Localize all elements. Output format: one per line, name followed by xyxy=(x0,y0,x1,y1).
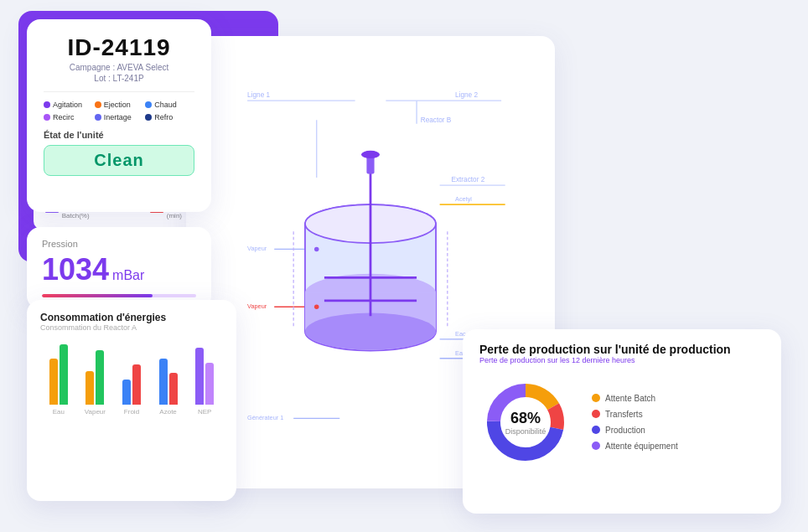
bar-label-froid: Froid xyxy=(124,408,139,416)
consommation-subtitle: Consommation du Reactor A xyxy=(40,323,223,332)
bar-set-froid xyxy=(122,364,141,405)
agitation-dot xyxy=(44,101,50,108)
bar-vapeur-1 xyxy=(85,371,94,405)
tag-recirc: Recirc xyxy=(44,113,93,121)
inertage-dot xyxy=(95,114,101,121)
label-transferts: Transferts xyxy=(605,410,643,419)
donut-label: Disponibilité xyxy=(505,426,546,435)
bar-chart: Eau Vapeur Froid xyxy=(40,340,223,416)
donut-center: 68% Disponibilité xyxy=(505,409,546,435)
bar-set-vapeur xyxy=(85,350,104,405)
bar-label-azote: Azote xyxy=(159,408,176,416)
bar-set-eau xyxy=(49,344,68,405)
tag-inertage: Inertage xyxy=(95,113,144,121)
pression-label: Pression xyxy=(42,239,196,249)
scene: Ligne 1 Ligne 2 Reactor B Extractor 2 Ac… xyxy=(18,11,790,522)
svg-text:Acetyl: Acetyl xyxy=(455,194,472,202)
bar-froid-1 xyxy=(122,380,131,405)
consommation-card: Consommation d'énergies Consommation du … xyxy=(27,300,236,501)
bar-azote-1 xyxy=(159,359,168,405)
pression-bar xyxy=(42,294,196,297)
svg-text:Reactor B: Reactor B xyxy=(421,116,452,123)
tag-refro: Refro xyxy=(145,113,194,121)
status-badge: Clean xyxy=(44,145,194,176)
pression-number: 1034 xyxy=(42,252,109,287)
etat-label: État de l'unité xyxy=(44,130,194,140)
bar-nep-1 xyxy=(195,348,204,405)
donut-percentage: 68% xyxy=(505,409,546,426)
legend-item-attente-batch: Attente Batch xyxy=(592,394,678,403)
bar-eau-2 xyxy=(60,344,68,405)
bar-eau-1 xyxy=(49,359,58,405)
legend-item-production: Production xyxy=(592,426,678,435)
perte-card: Perte de production sur l'unité de produ… xyxy=(463,329,781,514)
id-card: ID-24119 Campagne : AVEVA Select Lot : L… xyxy=(27,19,211,212)
bar-label-nep: NEP xyxy=(198,408,211,416)
svg-text:Vapeur: Vapeur xyxy=(247,245,267,252)
legend-item-transferts: Transferts xyxy=(592,410,678,419)
bar-group-froid: Froid xyxy=(117,364,147,416)
tag-agitation: Agitation xyxy=(44,101,93,109)
legend-item-attente-equipement: Attente équipement xyxy=(592,442,678,451)
svg-text:Extractor 2: Extractor 2 xyxy=(451,175,484,183)
label-attente-batch: Attente Batch xyxy=(605,394,655,403)
perte-content: 68% Disponibilité Attente Batch Transfer… xyxy=(479,376,764,468)
consommation-title: Consommation d'énergies xyxy=(40,312,223,323)
pression-card: Pression 1034 mBar xyxy=(27,227,211,309)
tag-grid: Agitation Ejection Chaud Recirc Inertage… xyxy=(44,101,194,121)
bar-nep-2 xyxy=(205,363,214,405)
bar-group-vapeur: Vapeur xyxy=(80,350,111,416)
bar-label-eau: Eau xyxy=(53,408,65,416)
pression-value: 1034 mBar xyxy=(42,252,196,287)
dot-attente-batch xyxy=(592,394,600,402)
label-attente-equipement: Attente équipement xyxy=(605,442,678,451)
tag-chaud: Chaud xyxy=(145,101,194,109)
svg-point-35 xyxy=(361,150,380,158)
pression-bar-fill xyxy=(42,294,153,297)
svg-text:Ligne 2: Ligne 2 xyxy=(455,90,478,98)
perte-subtitle: Perte de production sur les 12 dernière … xyxy=(479,356,764,364)
bar-group-nep: NEP xyxy=(189,348,220,416)
bar-label-vapeur: Vapeur xyxy=(85,408,106,416)
dot-attente-equipement xyxy=(592,442,600,450)
bar-group-azote: Azote xyxy=(153,359,184,416)
perte-title: Perte de production sur l'unité de produ… xyxy=(479,343,764,356)
chaud-dot xyxy=(145,101,152,108)
svg-text:Vapeur: Vapeur xyxy=(247,302,267,310)
campaign-label: Campagne : AVEVA Select xyxy=(44,63,194,72)
svg-point-39 xyxy=(314,304,319,309)
label-production: Production xyxy=(605,426,645,435)
perte-legend: Attente Batch Transferts Production Atte… xyxy=(592,394,678,451)
recirc-dot xyxy=(44,114,50,121)
bar-vapeur-2 xyxy=(96,350,104,405)
ejection-dot xyxy=(95,101,101,108)
refro-dot xyxy=(145,114,152,121)
svg-point-38 xyxy=(314,246,319,251)
donut-chart: 68% Disponibilité xyxy=(479,376,572,468)
lot-label: Lot : LT-241P xyxy=(44,74,194,83)
bar-azote-2 xyxy=(169,373,178,405)
svg-text:Ligne 1: Ligne 1 xyxy=(247,90,270,98)
svg-text:Générateur 1: Générateur 1 xyxy=(247,414,283,421)
bar-group-eau: Eau xyxy=(44,344,74,416)
pression-unit: mBar xyxy=(112,268,144,283)
bar-froid-2 xyxy=(132,364,141,405)
dot-transferts xyxy=(592,410,600,418)
bar-set-azote xyxy=(159,359,178,405)
tag-ejection: Ejection xyxy=(95,101,144,109)
svg-point-29 xyxy=(305,312,436,349)
dot-production xyxy=(592,426,600,434)
id-title: ID-24119 xyxy=(44,34,194,61)
bar-set-nep xyxy=(195,348,214,405)
